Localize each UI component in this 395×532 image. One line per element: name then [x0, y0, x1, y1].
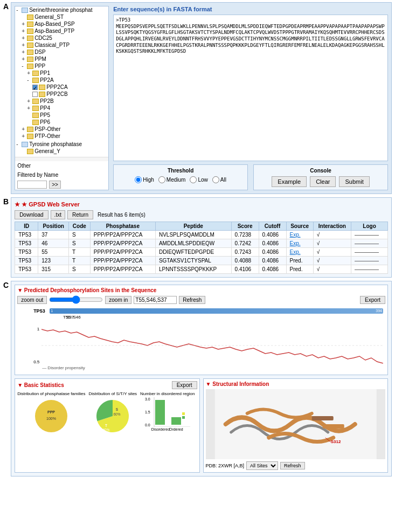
tree-item-pp6[interactable]: PP6 [26, 119, 108, 126]
zoom-in-btn[interactable]: zoom in [105, 296, 131, 304]
toggle-dsp[interactable]: + [22, 49, 27, 55]
cell-interaction: √ [313, 248, 351, 257]
tree-item-dsp[interactable]: + DSP [20, 49, 108, 56]
struct-info-title: ▼ Structural Information [206, 381, 269, 387]
tree-item-ppp2ca[interactable]: ✓ PPP2CA [31, 84, 108, 91]
tree-item-general-st[interactable]: General_ST [20, 13, 108, 20]
toggle-pp2b[interactable]: + [27, 98, 32, 104]
toggle-asp-ptp[interactable]: + [22, 28, 27, 34]
cell-source[interactable]: Exp. [286, 248, 313, 257]
folder-icon-root [22, 8, 28, 13]
cell-phosphatase: PPP/PP2A/PPP2CA [90, 239, 155, 248]
zoom-slider[interactable] [49, 295, 103, 304]
protein-structure-svg: S312 [206, 389, 385, 459]
svg-text:PPP: PPP [47, 410, 55, 414]
svg-text:T: T [105, 424, 107, 427]
tree-item-ppp[interactable]: - PPP [20, 63, 108, 70]
col-code: Code [68, 222, 90, 231]
example-button[interactable]: Example [272, 176, 307, 187]
tree-item-pp4[interactable]: + PP4 [26, 105, 108, 112]
tree-item-classical-ptp[interactable]: + Classical_PTP [20, 42, 108, 49]
toggle-ppp[interactable]: - [22, 63, 27, 69]
toggle-ptp-other[interactable]: + [22, 133, 27, 139]
return-button[interactable]: Return [67, 210, 93, 219]
filter-input[interactable] [17, 181, 47, 189]
tree-item-asp-psp[interactable]: + Asp-Based_PSP [20, 20, 108, 27]
cell-cutoff: 0.4086 [259, 248, 286, 257]
tree-item-ppp2cb[interactable]: PPP2CB [31, 91, 108, 98]
tree-label: Asp-Based_PSP [34, 21, 75, 27]
toggle-asp-psp[interactable]: + [22, 21, 27, 27]
pdb-refresh-btn[interactable]: Refresh [280, 462, 305, 469]
folder-icon [27, 22, 33, 27]
toggle-pp4[interactable]: + [27, 105, 32, 111]
export-chart-btn[interactable]: Export [360, 296, 385, 304]
tree-item-ppm[interactable]: + PPM [20, 56, 108, 63]
txt-button[interactable]: .txt [51, 210, 65, 219]
download-button[interactable]: Download [15, 210, 48, 219]
cell-position: 315 [38, 265, 69, 274]
tree-root[interactable]: - Serine/threonine phosphat [15, 6, 108, 13]
col-interaction: Interaction [313, 222, 351, 231]
svg-point-1 [35, 400, 67, 432]
zoom-out-btn[interactable]: zoom out [17, 296, 47, 304]
site-marker-s46: S46 [73, 315, 80, 320]
refresh-chart-btn[interactable]: Refresh [179, 296, 205, 304]
folder-icon [27, 127, 33, 132]
radio-high[interactable]: High [135, 176, 154, 183]
tree-label: Classical_PTP [34, 42, 70, 48]
radio-low[interactable]: Low [190, 176, 207, 183]
folder-icon [32, 78, 39, 83]
zoom-value-input[interactable] [134, 296, 177, 304]
tree-item-general-y[interactable]: General_Y [20, 148, 108, 155]
radio-all[interactable]: All [212, 176, 226, 183]
folder-icon [32, 120, 39, 125]
tree-item-pp2a[interactable]: - PP2A [26, 77, 108, 84]
tree-item-tyrosine[interactable]: - Tyrosine phosphatase [15, 141, 108, 148]
filter-button[interactable]: >> [49, 181, 61, 189]
col-source: Source [286, 222, 313, 231]
tree-item-pp1[interactable]: + PP1 [26, 70, 108, 77]
cell-source[interactable]: Exp. [286, 231, 313, 239]
export-stats-btn[interactable]: Export [172, 381, 197, 389]
submit-button[interactable]: Submit [339, 176, 369, 187]
svg-rect-8 [155, 400, 165, 425]
tree-item-cdc25[interactable]: + CDC25 [20, 34, 108, 42]
cell-score: 0.4088 [231, 257, 259, 265]
toggle-pp1[interactable]: + [27, 70, 32, 76]
folder-icon [27, 149, 33, 154]
cell-source: Pred. [286, 265, 313, 274]
radio-medium[interactable]: Medium [158, 176, 186, 183]
checkbox-ppp2cb[interactable] [32, 92, 38, 97]
col-position: Position [38, 222, 69, 231]
result-count: Result has 6 item(s) [98, 212, 145, 218]
cell-cutoff: 0.4086 [259, 265, 286, 274]
cell-score: 0.7243 [231, 248, 259, 257]
seq-id-label: TP53 [33, 308, 47, 314]
toggle-classical[interactable]: + [22, 42, 27, 48]
all-sites-select[interactable]: All Sites [246, 461, 278, 470]
tree-toggle-root[interactable]: - [16, 7, 22, 13]
toggle-ppm[interactable]: + [22, 56, 27, 62]
results-table: ID Position Code Phosphatase Peptide Sco… [15, 222, 388, 274]
bar-x-disordered: Disordered [151, 427, 167, 431]
tree-item-psp-other[interactable]: + PSP-Other [20, 126, 108, 133]
fasta-textarea[interactable]: >TP53 MEEPQSDPSVEPPLSQETFSDLWKLLPENNVLSP… [113, 15, 388, 161]
disorder-chart [41, 327, 383, 364]
svg-text:100%: 100% [46, 417, 56, 420]
svg-text:S312: S312 [330, 439, 341, 444]
tree-label: Tyrosine phosphatase [29, 141, 82, 147]
tree-item-pp2b[interactable]: + PP2B [26, 98, 108, 105]
checkbox-ppp2ca[interactable]: ✓ [32, 85, 38, 90]
toggle-cdc25[interactable]: + [22, 35, 27, 41]
toggle-tyrosine[interactable]: - [16, 141, 22, 147]
tree-item-pp5[interactable]: PP5 [26, 112, 108, 119]
tree-item-asp-ptp[interactable]: + Asp-Based_PTP [20, 27, 108, 34]
toggle-psp-other[interactable]: + [22, 126, 27, 132]
cell-peptide: NVLSPLPSQAMDDLM [155, 231, 231, 239]
clear-button[interactable]: Clear [310, 176, 336, 187]
cell-position: 37 [38, 231, 69, 239]
toggle-pp2a[interactable]: - [27, 77, 32, 83]
cell-source[interactable]: Exp. [286, 239, 313, 248]
tree-item-ptp-other[interactable]: + PTP-Other [20, 133, 108, 140]
